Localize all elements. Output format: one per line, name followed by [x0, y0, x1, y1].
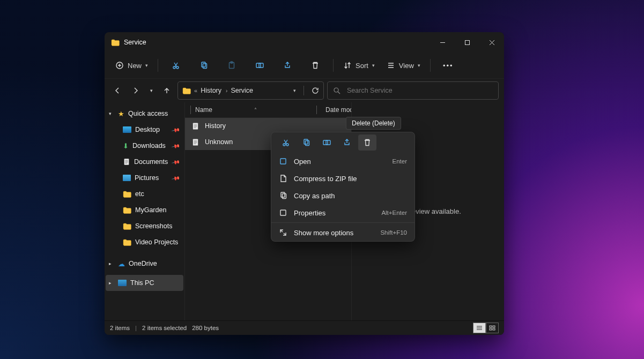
star-icon: ★ — [118, 110, 124, 118]
sort-button[interactable]: Sort ▾ — [338, 56, 380, 74]
search-icon — [333, 87, 340, 94]
properties-icon — [279, 208, 287, 217]
download-icon: ⬇ — [123, 142, 129, 150]
svg-rect-27 — [490, 326, 492, 327]
status-selected: 2 items selected — [142, 325, 187, 331]
chevron-right-icon: ▸ — [109, 280, 114, 286]
cut-button[interactable] — [162, 56, 189, 74]
copy-button[interactable] — [190, 56, 217, 74]
maximize-button[interactable] — [455, 32, 479, 53]
expand-icon — [279, 228, 287, 237]
breadcrumb-history[interactable]: History› — [201, 87, 227, 94]
chevron-left-icon: « — [194, 87, 197, 94]
file-name: Unknown — [205, 138, 233, 146]
titlebar: Service — [105, 32, 504, 53]
open-icon — [279, 157, 287, 166]
view-label: View — [399, 62, 414, 70]
svg-point-22 — [334, 88, 338, 92]
refresh-button[interactable] — [312, 87, 319, 94]
sidebar-this-pc[interactable]: ▸ This PC — [106, 275, 183, 291]
ctx-properties[interactable]: PropertiesAlt+Enter — [271, 204, 414, 221]
more-button[interactable]: ••• — [435, 56, 462, 74]
folder-icon — [123, 223, 131, 230]
new-button[interactable]: New ▾ — [110, 56, 153, 74]
sidebar-quick-access[interactable]: ▾ ★ Quick access — [106, 106, 183, 122]
file-icon — [191, 138, 199, 146]
column-header[interactable]: Name ˄ Date modified — [185, 102, 351, 118]
sort-label: Sort — [356, 62, 368, 70]
address-bar[interactable]: « History› Service ▾ — [177, 81, 324, 100]
pin-icon: 📌 — [172, 125, 180, 134]
cloud-icon: ☁ — [118, 260, 125, 268]
tooltip: Delete (Delete) — [346, 117, 401, 130]
ctx-delete-button[interactable] — [358, 134, 376, 151]
desktop-icon — [123, 126, 131, 133]
sidebar-item-desktop[interactable]: Desktop📌 — [106, 122, 183, 138]
chevron-right-icon: ▸ — [109, 261, 114, 266]
folder-icon — [123, 239, 131, 246]
folder-icon — [123, 191, 131, 198]
ctx-more-options[interactable]: Show more optionsShift+F10 — [271, 224, 414, 241]
ctx-copy-button[interactable] — [297, 134, 315, 151]
sidebar-item-videoprojects[interactable]: Video Projects — [106, 234, 183, 250]
view-button[interactable]: View ▾ — [381, 56, 426, 74]
ctx-cut-button[interactable] — [277, 134, 295, 151]
paste-button[interactable] — [218, 56, 245, 74]
svg-rect-21 — [465, 40, 469, 44]
sidebar-item-pictures[interactable]: Pictures📌 — [106, 170, 183, 186]
ctx-zip[interactable]: Compress to ZIP file — [271, 170, 414, 187]
sidebar-label: This PC — [130, 279, 154, 287]
folder-icon — [182, 87, 191, 94]
sidebar-item-etc[interactable]: etc — [106, 186, 183, 202]
back-button[interactable] — [110, 83, 125, 98]
chevron-down-icon: ▾ — [109, 111, 114, 116]
document-icon — [123, 158, 130, 166]
sidebar-item-screenshots[interactable]: Screenshots — [106, 218, 183, 234]
ctx-open[interactable]: OpenEnter — [271, 153, 414, 170]
sidebar-item-documents[interactable]: Documents📌 — [106, 154, 183, 170]
folder-icon — [111, 39, 120, 46]
ctx-copypath[interactable]: Copy as path — [271, 187, 414, 204]
rename-button[interactable] — [246, 56, 273, 74]
status-size: 280 bytes — [192, 325, 219, 331]
pin-icon: 📌 — [172, 158, 180, 166]
window-title: Service — [124, 39, 146, 46]
recent-button[interactable]: ▾ — [146, 83, 156, 98]
search-input[interactable] — [346, 86, 493, 95]
navigation-row: ▾ « History› Service ▾ — [105, 79, 504, 102]
folder-icon — [123, 207, 131, 214]
close-button[interactable] — [479, 32, 504, 53]
search-box[interactable] — [327, 81, 499, 100]
file-name: History — [205, 122, 226, 130]
sidebar-label: OneDrive — [129, 260, 157, 267]
copy-path-icon — [279, 191, 287, 200]
pin-icon: 📌 — [172, 174, 180, 182]
svg-line-23 — [338, 92, 340, 94]
sidebar-item-downloads[interactable]: ⬇Downloads📌 — [106, 138, 183, 154]
minimize-button[interactable] — [430, 32, 455, 53]
sidebar: ▾ ★ Quick access Desktop📌 ⬇Downloads📌 Do… — [105, 102, 184, 320]
details-view-button[interactable] — [473, 323, 486, 333]
zip-icon — [279, 174, 287, 183]
new-label: New — [128, 62, 142, 70]
status-count: 2 items — [110, 325, 130, 331]
context-menu: OpenEnter Compress to ZIP file Copy as p… — [271, 132, 415, 242]
pictures-icon — [123, 175, 131, 181]
column-modified[interactable]: Date modified — [325, 106, 351, 114]
share-button[interactable] — [274, 56, 301, 74]
ctx-share-button[interactable] — [338, 134, 356, 151]
svg-rect-29 — [490, 328, 492, 330]
sidebar-label: Quick access — [128, 110, 168, 117]
column-name[interactable]: Name — [195, 106, 212, 114]
up-button[interactable] — [159, 83, 174, 98]
chevron-down-icon[interactable]: ▾ — [293, 88, 296, 93]
icons-view-button[interactable] — [486, 323, 499, 333]
status-bar: 2 items | 2 items selected 280 bytes — [105, 320, 504, 335]
sort-indicator-icon: ˄ — [254, 107, 257, 113]
sidebar-onedrive[interactable]: ▸ ☁ OneDrive — [106, 256, 183, 272]
forward-button[interactable] — [128, 83, 143, 98]
ctx-rename-button[interactable] — [317, 134, 336, 151]
delete-button[interactable] — [302, 56, 329, 74]
breadcrumb-service[interactable]: Service — [231, 87, 253, 94]
sidebar-item-mygarden[interactable]: MyGarden — [106, 202, 183, 218]
